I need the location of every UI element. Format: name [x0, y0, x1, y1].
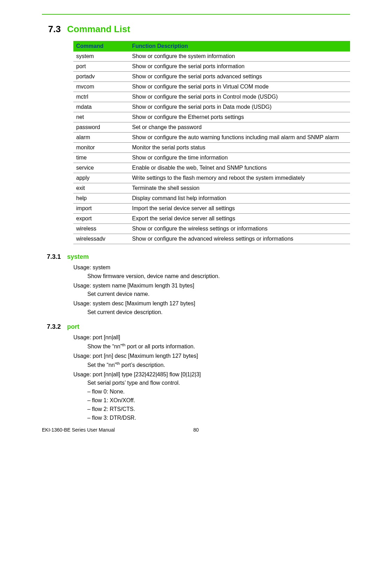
cmd-cell: wirelessadv: [73, 234, 129, 244]
list-item: flow 3: DTR/DSR.: [87, 414, 350, 423]
desc-cell: Enable or disable the web, Telnet and SN…: [129, 163, 350, 173]
usage-line: Usage: system: [73, 263, 350, 272]
cmd-cell: alarm: [73, 133, 129, 143]
cmd-cell: service: [73, 163, 129, 173]
usage-desc: Set serial ports’ type and flow control.: [73, 379, 350, 388]
cmd-cell: mvcom: [73, 82, 129, 92]
usage-desc: Show firmware version, device name and d…: [73, 272, 350, 281]
text-fragment: port’s description.: [120, 362, 165, 368]
usage-line: Usage: port [nn|all]: [73, 333, 350, 342]
text-fragment: Set the “nn”: [87, 362, 117, 368]
table-row: serviceEnable or disable the web, Telnet…: [73, 163, 350, 173]
top-rule: [42, 14, 350, 15]
table-row: wirelessShow or configure the wireless s…: [73, 224, 350, 234]
cmd-cell: import: [73, 204, 129, 214]
cmd-cell: system: [73, 51, 129, 62]
table-row: mdataShow or configure the serial ports …: [73, 102, 350, 112]
list-item: flow 0: None.: [87, 388, 350, 396]
table-header-command: Command: [73, 41, 129, 51]
desc-cell: Show or configure the serial ports infor…: [129, 62, 350, 72]
usage-desc: Set the “nn”th port’s description.: [73, 361, 350, 370]
cmd-cell: monitor: [73, 143, 129, 153]
table-row: portadvShow or configure the serial port…: [73, 72, 350, 82]
desc-cell: Import the serial device server all sett…: [129, 204, 350, 214]
ordinal-suffix: th: [122, 343, 125, 347]
cmd-cell: password: [73, 122, 129, 133]
cmd-cell: help: [73, 193, 129, 204]
desc-cell: Show or configure the time information: [129, 153, 350, 163]
table-row: wirelessadvShow or configure the advance…: [73, 234, 350, 244]
desc-cell: Set or change the password: [129, 122, 350, 133]
usage-line: Usage: system desc [Maximum length 127 b…: [73, 299, 350, 308]
list-item: flow 2: RTS/CTS.: [87, 405, 350, 414]
cmd-cell: apply: [73, 173, 129, 183]
footer-manual-title: EKI-1360-BE Series User Manual: [42, 427, 115, 433]
page-footer: EKI-1360-BE Series User Manual 80: [42, 427, 350, 433]
section-number: 7.3: [42, 24, 67, 35]
table-row: importImport the serial device server al…: [73, 204, 350, 214]
usage-desc: Set current device description.: [73, 308, 350, 317]
table-row: mvcomShow or configure the serial ports …: [73, 82, 350, 92]
table-row: exitTerminate the shell session: [73, 183, 350, 193]
usage-line: Usage: port [nn|all] type [232|422|485] …: [73, 370, 350, 379]
desc-cell: Write settings to the flash memory and r…: [129, 173, 350, 183]
desc-cell: Show or configure the serial ports in Da…: [129, 102, 350, 112]
table-row: mctrlShow or configure the serial ports …: [73, 92, 350, 102]
usage-line: Usage: port [nn] desc [Maximum length 12…: [73, 352, 350, 361]
cmd-cell: portadv: [73, 72, 129, 82]
subsection-header: 7.3.2 port: [42, 323, 350, 331]
cmd-cell: port: [73, 62, 129, 72]
table-row: systemShow or configure the system infor…: [73, 51, 350, 62]
text-fragment: Show the “nn”: [87, 343, 122, 349]
table-row: helpDisplay command list help informatio…: [73, 193, 350, 204]
desc-cell: Show or configure the system information: [129, 51, 350, 62]
desc-cell: Terminate the shell session: [129, 183, 350, 193]
table-row: timeShow or configure the time informati…: [73, 153, 350, 163]
section-title: Command List: [67, 24, 130, 35]
desc-cell: Monitor the serial ports status: [129, 143, 350, 153]
desc-cell: Show or configure the advanced wireless …: [129, 234, 350, 244]
table-row: exportExport the serial device server al…: [73, 214, 350, 224]
desc-cell: Display command list help information: [129, 193, 350, 204]
table-row: monitorMonitor the serial ports status: [73, 143, 350, 153]
text-fragment: port or all ports information.: [125, 343, 195, 349]
desc-cell: Show or configure the auto warning funct…: [129, 133, 350, 143]
ordinal-suffix: th: [117, 361, 120, 365]
cmd-cell: exit: [73, 183, 129, 193]
desc-cell: Show or configure the serial ports in Vi…: [129, 82, 350, 92]
table-row: alarmShow or configure the auto warning …: [73, 133, 350, 143]
section-header: 7.3 Command List: [42, 24, 350, 35]
table-row: netShow or configure the Ethernet ports …: [73, 112, 350, 122]
flow-list: flow 0: None. flow 1: XOn/XOff. flow 2: …: [73, 388, 350, 422]
table-header-description: Function Description: [129, 41, 350, 51]
cmd-cell: time: [73, 153, 129, 163]
desc-cell: Show or configure the Ethernet ports set…: [129, 112, 350, 122]
usage-desc: Set current device name.: [73, 290, 350, 299]
desc-cell: Show or configure the serial ports advan…: [129, 72, 350, 82]
subsection-number: 7.3.1: [42, 253, 67, 261]
desc-cell: Show or configure the serial ports in Co…: [129, 92, 350, 102]
cmd-cell: net: [73, 112, 129, 122]
usage-desc: Show the “nn”th port or all ports inform…: [73, 342, 350, 351]
command-table: Command Function Description systemShow …: [73, 41, 350, 244]
cmd-cell: wireless: [73, 224, 129, 234]
table-row: portShow or configure the serial ports i…: [73, 62, 350, 72]
table-row: applyWrite settings to the flash memory …: [73, 173, 350, 183]
subsection-title: system: [67, 253, 89, 261]
footer-page-number: 80: [193, 427, 199, 433]
cmd-cell: export: [73, 214, 129, 224]
cmd-cell: mctrl: [73, 92, 129, 102]
desc-cell: Export the serial device server all sett…: [129, 214, 350, 224]
usage-line: Usage: system name [Maximum length 31 by…: [73, 282, 350, 290]
list-item: flow 1: XOn/XOff.: [87, 396, 350, 405]
subsection-header: 7.3.1 system: [42, 253, 350, 261]
desc-cell: Show or configure the wireless settings …: [129, 224, 350, 234]
cmd-cell: mdata: [73, 102, 129, 112]
subsection-number: 7.3.2: [42, 323, 67, 331]
subsection-title: port: [67, 323, 79, 331]
table-row: passwordSet or change the password: [73, 122, 350, 133]
